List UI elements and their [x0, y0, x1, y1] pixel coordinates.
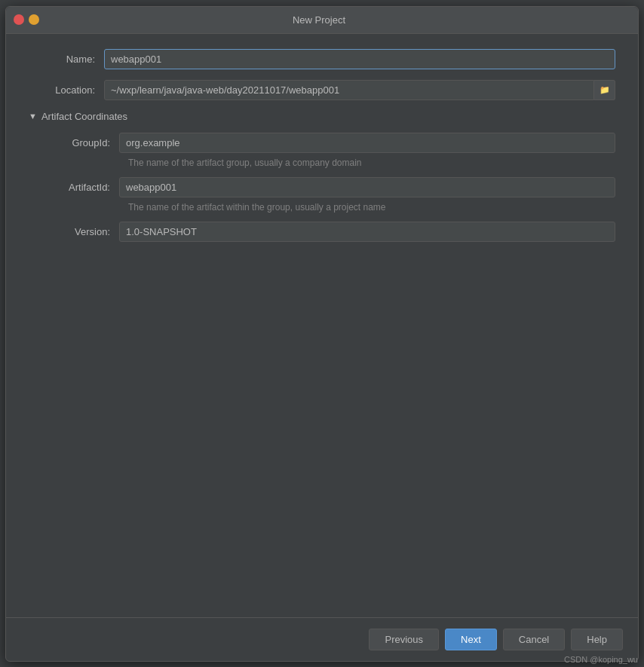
artifactid-row: ArtifactId:: [44, 177, 615, 197]
artifact-section-content: GroupId: The name of the artifact group,…: [29, 133, 615, 242]
dialog-body: Name: Location: 📁 ▼ Artifact Coordinates…: [6, 34, 638, 617]
location-field-group: 📁: [104, 80, 615, 100]
new-project-dialog: New Project Name: Location: 📁 ▼ Artifact…: [5, 6, 639, 662]
groupid-input[interactable]: [119, 133, 615, 153]
browse-button[interactable]: 📁: [594, 80, 615, 100]
minimize-button[interactable]: [29, 14, 39, 25]
artifactid-label: ArtifactId:: [44, 182, 119, 193]
window-controls: [14, 14, 39, 25]
artifactid-input[interactable]: [119, 177, 615, 197]
version-label: Version:: [44, 226, 119, 237]
groupid-row: GroupId:: [44, 133, 615, 153]
dialog-title: New Project: [45, 14, 593, 26]
name-input[interactable]: [104, 49, 615, 69]
next-button[interactable]: Next: [445, 629, 497, 650]
previous-button[interactable]: Previous: [369, 629, 439, 650]
name-label: Name:: [29, 54, 104, 65]
watermark: CSDN @koping_wu: [564, 655, 638, 664]
groupid-label: GroupId:: [44, 137, 119, 148]
cancel-button[interactable]: Cancel: [503, 629, 565, 650]
help-button[interactable]: Help: [571, 629, 623, 650]
close-button[interactable]: [14, 14, 24, 25]
location-label: Location:: [29, 84, 104, 96]
location-row: Location: 📁: [29, 80, 615, 100]
chevron-down-icon: ▼: [29, 112, 37, 121]
version-input[interactable]: [119, 222, 615, 242]
title-bar: New Project: [6, 7, 638, 34]
artifactid-hint: The name of the artifact within the grou…: [119, 202, 615, 213]
dialog-footer: Previous Next Cancel Help: [6, 617, 638, 661]
version-row: Version:: [44, 222, 615, 242]
groupid-hint: The name of the artifact group, usually …: [119, 158, 615, 168]
artifact-section-label: Artifact Coordinates: [41, 111, 127, 122]
artifact-section-header[interactable]: ▼ Artifact Coordinates: [29, 111, 615, 122]
location-input[interactable]: [104, 80, 594, 100]
name-row: Name:: [29, 49, 615, 69]
